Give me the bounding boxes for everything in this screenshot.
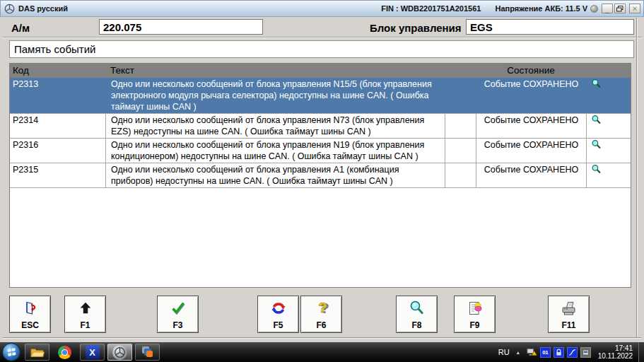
fkey-label: F5 [273,320,283,330]
fault-code: P2315 [10,163,105,187]
chrome-icon [58,346,71,359]
explorer-icon [30,346,45,358]
restore-button[interactable] [614,4,626,13]
section-title: Память событий [9,40,634,58]
fkey-label: F1 [80,320,90,330]
fkey-label: ESC [21,320,39,330]
f8-button[interactable]: F8 [396,296,438,333]
tray-expand-arrow[interactable]: ▴ [517,349,520,356]
magnifier-icon[interactable] [591,139,602,150]
column-header-text: Текст [105,64,445,78]
clock-date: 10.11.2022 [598,352,633,360]
minimize-button[interactable]: _ [602,4,613,13]
taskbar-xentry-button[interactable]: X [80,344,105,361]
fault-code: P2316 [10,139,105,163]
magnifier-icon[interactable] [591,164,602,175]
fkey-label: F9 [469,320,479,330]
cable-icon[interactable] [567,347,578,358]
control-unit-field[interactable] [466,19,634,35]
taskbar-das-button[interactable] [107,344,132,361]
close-button[interactable]: × [629,4,640,13]
card-reader-icon[interactable] [580,347,591,358]
magnifier-icon[interactable] [591,78,602,89]
help-icon: ? ? [313,300,330,317]
esc-button[interactable]: ESC [9,296,51,333]
column-header-spacer [445,64,476,78]
fault-text: Одно или несколько сообщений от блока уп… [105,78,445,113]
f6-button[interactable]: ? ? F6 [300,296,342,333]
fault-text: Одно или несколько сообщений от блока уп… [105,114,445,138]
f5-button[interactable]: F5 [257,296,299,333]
column-header-actions [586,64,631,78]
column-header-state: Состояние [476,64,586,78]
fault-code: P2314 [10,114,105,138]
titlebar: DAS русский FIN : WDB2201751A201561 Напр… [0,0,644,17]
f1-button[interactable]: F1 [64,296,106,333]
fault-code: P2313 [10,78,105,113]
document-edit-icon [467,300,484,317]
magnifier-icon [409,300,426,317]
status-orb-icon [590,5,598,13]
fault-state: Событие СОХРАНЕНО [476,114,586,138]
window-title: DAS русский [18,4,68,13]
fault-text: Одно или несколько сообщений от блока уп… [105,139,445,163]
mercedes-logo-icon [4,4,15,14]
restore-icon [616,6,623,12]
system-tray: RU ▴ 01 [498,342,644,362]
taskbar-explorer-button[interactable] [25,344,49,361]
magnifier-icon[interactable] [591,115,602,125]
exit-icon [22,300,39,317]
start-button[interactable] [2,343,21,361]
table-row[interactable]: P2316 Одно или несколько сообщений от бл… [10,139,631,163]
table-row[interactable]: P2313 Одно или несколько сообщений от бл… [10,78,631,114]
fkey-label: F8 [411,320,421,330]
counter-01-icon[interactable]: 01 [540,347,551,358]
arrow-up-icon [78,300,93,316]
lock-icon[interactable] [554,347,564,358]
table-header-row: Код Текст Состояние [10,64,631,78]
taskbar-clock[interactable]: 17:41 10.11.2022 [598,344,633,360]
windows-logo-icon [7,348,16,356]
table-row[interactable]: P2315 Одно или несколько сообщений от бл… [10,163,631,188]
check-icon [170,300,187,317]
battery-voltage-label: Напряжение АКБ: 11.5 V [495,4,587,13]
taskbar-chrome-button[interactable] [52,344,77,361]
vehicle-model-field[interactable] [99,19,263,35]
window-right-border [636,18,638,337]
fin-label: FIN : WDB2201751A201561 [381,4,481,13]
refresh-icon [270,300,287,317]
table-row[interactable]: P2314 Одно или несколько сообщений от бл… [10,114,631,139]
fault-state: Событие СОХРАНЕНО [476,78,586,113]
fault-state: Событие СОХРАНЕНО [476,163,586,187]
column-header-code: Код [10,64,105,78]
event-memory-table: Код Текст Состояние P2313 Одно или неско… [9,63,631,288]
f11-button[interactable]: F11 [548,296,590,333]
x-app-icon: X [86,345,100,359]
mercedes-star-icon [112,345,127,360]
network-warning-icon[interactable] [527,347,537,358]
fkey-label: F3 [172,320,182,330]
svg-text:?: ? [318,300,327,315]
fault-state: Событие СОХРАНЕНО [476,139,586,163]
fault-text: Одно или несколько сообщений от блока уп… [105,163,445,187]
header-divider [2,37,642,38]
das-application-screen: DAS русский FIN : WDB2201751A201561 Напр… [0,0,644,362]
fkey-label: F6 [316,320,326,330]
taskbar-vmware-button[interactable] [135,344,160,361]
windows-taskbar: X RU ▴ [0,342,644,362]
f3-button[interactable]: F3 [157,296,199,333]
show-desktop-button[interactable] [638,342,644,362]
f9-button[interactable]: F9 [454,296,496,333]
printer-icon [560,300,578,317]
vmware-icon [141,345,155,359]
window-bottom-border [3,337,641,339]
fkey-label: F11 [561,320,575,330]
control-unit-label: Блок управления [370,22,462,34]
language-indicator[interactable]: RU [498,348,510,356]
vehicle-label: А/м [11,22,30,34]
clock-time: 17:41 [615,344,633,352]
